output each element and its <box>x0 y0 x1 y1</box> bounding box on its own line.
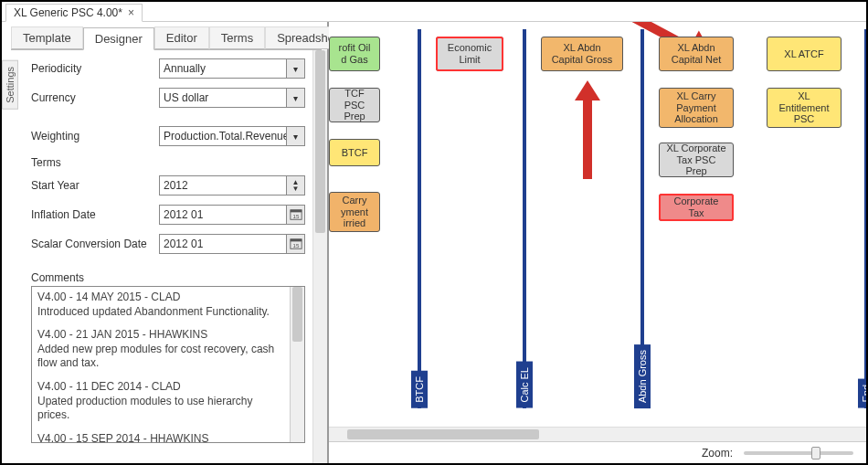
stepper-icon[interactable]: ▲▼ <box>286 176 304 195</box>
weighting-value: Production.Total.Revenue <box>164 130 289 143</box>
flow-node[interactable]: XL AbdnCapital Gross <box>541 37 623 71</box>
file-tab-title: XL Generic PSC 4.00* <box>14 6 122 19</box>
chevron-down-icon[interactable]: ▾ <box>286 59 304 78</box>
svg-text:15: 15 <box>292 213 299 219</box>
scalar-date-input[interactable]: 2012 01 15 <box>159 234 305 254</box>
currency-dropdown[interactable]: US dollar ▾ <box>159 88 305 108</box>
flow-node[interactable]: XL ATCF <box>767 37 842 71</box>
close-icon[interactable]: × <box>128 6 134 19</box>
svg-text:15: 15 <box>292 242 299 248</box>
lane-label: Abdn Gross <box>634 344 651 408</box>
scrollbar-thumb[interactable] <box>292 287 302 342</box>
comment-entry: V4.00 - 11 DEC 2014 - CLADUpated product… <box>37 380 288 423</box>
label-currency: Currency <box>31 91 159 104</box>
flow-node[interactable]: EconomicLimit <box>436 37 503 71</box>
comment-entry: V4.00 - 14 MAY 2015 - CLADIntroduced upd… <box>37 291 288 319</box>
chevron-down-icon[interactable]: ▾ <box>286 127 304 145</box>
tab-designer[interactable]: Designer <box>83 27 154 50</box>
currency-value: US dollar <box>164 91 208 104</box>
flow-node[interactable]: Carryymentirried <box>329 192 380 232</box>
flow-node[interactable]: TCF PSCPrep <box>329 88 380 122</box>
slider-knob[interactable] <box>811 447 820 460</box>
start-year-value: 2012 <box>164 179 188 192</box>
label-weighting: Weighting <box>31 130 159 143</box>
tab-template[interactable]: Template <box>11 26 83 49</box>
flow-node[interactable]: XL CorporateTax PSC Prep <box>659 143 734 177</box>
file-tab[interactable]: XL Generic PSC 4.00* × <box>5 4 143 22</box>
flow-node[interactable]: rofit Oild Gas <box>329 37 380 71</box>
zoom-slider[interactable] <box>744 451 853 455</box>
lane-divider <box>418 29 421 408</box>
tab-editor[interactable]: Editor <box>154 26 209 49</box>
comment-entry: V4.00 - 21 JAN 2015 - HHAWKINSAdded new … <box>37 328 288 371</box>
label-comments: Comments <box>31 271 322 284</box>
lane-divider <box>523 29 526 408</box>
label-inflation-date: Inflation Date <box>31 208 159 221</box>
scrollbar-thumb[interactable] <box>315 50 325 233</box>
scrollbar-thumb[interactable] <box>347 429 539 439</box>
flow-node[interactable]: Corporate Tax <box>659 194 734 221</box>
flow-node[interactable]: XLEntitlementPSC <box>767 88 842 128</box>
lane-label: BTCF <box>411 371 428 408</box>
periodicity-dropdown[interactable]: Annually ▾ <box>159 58 305 79</box>
flow-node[interactable]: XL CarryPaymentAllocation <box>659 88 734 128</box>
periodicity-value: Annually <box>164 62 206 75</box>
lane-divider <box>864 29 866 408</box>
scrollbar-horizontal[interactable] <box>329 427 866 441</box>
comment-entry: V4.00 - 15 SEP 2014 - HHAWKINSCorrected … <box>37 432 288 443</box>
inflation-date-input[interactable]: 2012 01 15 <box>159 205 305 225</box>
lane-label: Calc EL <box>516 362 533 408</box>
scalar-date-value: 2012 01 <box>164 238 203 250</box>
label-scalar-date: Scalar Conversion Date <box>31 238 159 250</box>
label-start-year: Start Year <box>31 179 159 192</box>
start-year-input[interactable]: 2012 ▲▼ <box>159 175 305 196</box>
calendar-icon[interactable]: 15 <box>286 206 304 224</box>
lane-label: End <box>858 379 866 408</box>
comments-textarea[interactable]: V4.00 - 14 MAY 2015 - CLADIntroduced upd… <box>31 286 305 443</box>
label-periodicity: Periodicity <box>31 62 159 75</box>
scrollbar-vertical[interactable] <box>290 287 304 442</box>
tab-terms[interactable]: Terms <box>209 26 265 49</box>
weighting-dropdown[interactable]: Production.Total.Revenue ▾ <box>159 126 305 146</box>
flow-node[interactable]: XL AbdnCapital Net <box>659 37 734 71</box>
flow-node[interactable]: BTCF <box>329 139 380 166</box>
annotation-arrow <box>574 77 601 186</box>
scrollbar-vertical[interactable] <box>312 50 327 463</box>
calendar-icon[interactable]: 15 <box>286 235 304 253</box>
zoom-label: Zoom: <box>702 447 733 460</box>
chevron-down-icon[interactable]: ▾ <box>286 89 304 107</box>
inflation-date-value: 2012 01 <box>164 208 203 221</box>
label-terms: Terms <box>31 156 322 169</box>
